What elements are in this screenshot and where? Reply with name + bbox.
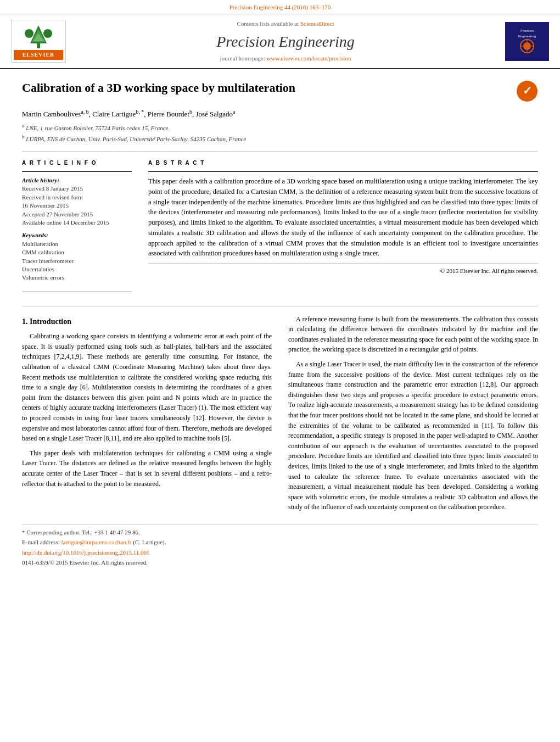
article-container: Calibration of a 3D working space by mul…	[0, 69, 560, 579]
homepage-url[interactable]: www.elsevier.com/locate/precision	[267, 55, 351, 62]
title-divider	[22, 151, 538, 152]
svg-text:✓: ✓	[523, 85, 532, 97]
body-divider	[22, 306, 538, 306]
body-right: A reference measuring frame is built fro…	[288, 314, 538, 517]
homepage-label: journal homepage:	[220, 55, 265, 62]
copyright-line: © 2015 Elsevier Inc. All rights reserved…	[148, 267, 538, 275]
history-label: Article history:	[22, 176, 132, 185]
journal-issue-info: Precision Engineering 44 (2016) 163–170	[229, 4, 331, 10]
author-3: Pierre Bourdetb,	[148, 110, 196, 118]
received-date: Received 8 January 2015	[22, 185, 132, 193]
accepted-date: Accepted 27 November 2015	[22, 210, 132, 219]
crossmark-logo[interactable]: ✓	[516, 80, 538, 102]
info-abstract-row: A R T I C L E I N F O Article history: R…	[22, 159, 538, 298]
author-4: José Salgadoa	[195, 110, 235, 118]
corresponding-note: * Corresponding author. Tel.: +33 1 40 4…	[22, 528, 538, 537]
revised-date: 16 November 2015	[22, 202, 132, 210]
author-email[interactable]: lartigue@lurpa.ens-cachan.fr	[61, 539, 131, 545]
intro-para-right-2: As a single Laser Tracer is used, the ma…	[288, 359, 538, 512]
keyword-1: Multilateration	[22, 240, 132, 248]
keywords-label: Keywords:	[22, 231, 132, 239]
keywords-group: Keywords: Multilateration CMM calibratio…	[22, 231, 132, 282]
email-label: E-mail address:	[22, 539, 60, 545]
svg-point-5	[25, 29, 33, 38]
journal-title: Precision Engineering	[66, 31, 505, 52]
svg-text:Precision: Precision	[520, 29, 534, 32]
journal-logo: Precision Engineering	[505, 22, 549, 62]
rights-line: 0141-6359/© 2015 Elsevier Inc. All right…	[22, 559, 538, 567]
top-bar: Precision Engineering 44 (2016) 163–170	[0, 0, 560, 14]
journal-header: ELSEVIER Contents lists available at Sci…	[0, 14, 560, 69]
article-info-label: A R T I C L E I N F O	[22, 159, 132, 167]
article-title-row: Calibration of a 3D working space by mul…	[22, 80, 538, 102]
elsevier-logo: ELSEVIER	[11, 20, 66, 63]
intro-para-1: Calibrating a working space consists in …	[22, 331, 272, 444]
intro-para-right-1: A reference measuring frame is built fro…	[288, 314, 538, 355]
sciencedirect-link[interactable]: ScienceDirect	[300, 20, 334, 27]
article-info-col: A R T I C L E I N F O Article history: R…	[22, 159, 132, 298]
keyword-2: CMM calibration	[22, 248, 132, 256]
authors-line: Martin Camboulivesa, b, Claire Lartigueb…	[22, 108, 538, 119]
affiliation-b: b LURPA, ENS de Cachan, Univ. Paris-Sud,…	[22, 133, 538, 143]
history-group: Article history: Received 8 January 2015…	[22, 176, 132, 227]
svg-point-6	[43, 29, 52, 38]
author-1: Martin Camboulivesa, b,	[22, 110, 92, 118]
intro-para-2: This paper deals with multilateration te…	[22, 448, 272, 489]
email-note: E-mail address: lartigue@lurpa.ens-cacha…	[22, 538, 538, 546]
article-title: Calibration of a 3D working space by mul…	[22, 80, 511, 96]
homepage-line: journal homepage: www.elsevier.com/locat…	[66, 54, 505, 63]
affiliation-a: a LNE, 1 rue Gaston Boissier, 75724 Pari…	[22, 122, 538, 132]
contents-line: Contents lists available at ScienceDirec…	[66, 20, 505, 28]
keyword-3: Tracer interferometer	[22, 257, 132, 265]
body-section: 1. Introduction Calibrating a working sp…	[22, 314, 538, 517]
contents-label: Contents lists available at	[237, 20, 299, 27]
footnotes: * Corresponding author. Tel.: +33 1 40 4…	[22, 525, 538, 567]
keyword-5: Volumetric errors	[22, 274, 132, 282]
article-info-block: Article history: Received 8 January 2015…	[22, 171, 132, 292]
keyword-4: Uncertainties	[22, 265, 132, 274]
available-date: Available online 14 December 2015	[22, 219, 132, 227]
affiliations: a LNE, 1 rue Gaston Boissier, 75724 Pari…	[22, 122, 538, 143]
email-suffix: (C. Lartigue).	[133, 539, 166, 545]
intro-heading: 1. Introduction	[22, 316, 272, 327]
doi-line: http://dx.doi.org/10.1016/j.precisioneng…	[22, 549, 538, 557]
abstract-text: This paper deals with a calibration proc…	[148, 171, 538, 264]
abstract-label: A B S T R A C T	[148, 159, 538, 167]
elsevier-brand-text: ELSEVIER	[14, 50, 63, 60]
body-left: 1. Introduction Calibrating a working sp…	[22, 314, 272, 517]
author-2: Claire Lartigueb, *,	[92, 110, 148, 118]
abstract-col: A B S T R A C T This paper deals with a …	[148, 159, 538, 298]
header-center: Contents lists available at ScienceDirec…	[66, 20, 505, 63]
revised-label: Received in revised form	[22, 193, 132, 202]
doi-link[interactable]: http://dx.doi.org/10.1016/j.precisioneng…	[22, 549, 150, 556]
svg-text:Engineering: Engineering	[518, 35, 536, 38]
